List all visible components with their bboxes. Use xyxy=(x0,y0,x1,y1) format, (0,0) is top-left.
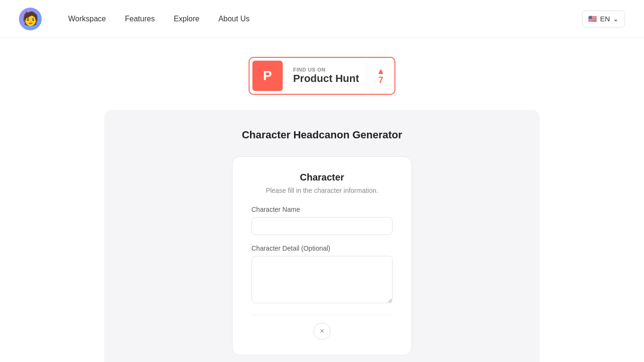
ph-vote-count: 7 xyxy=(378,75,383,85)
character-detail-textarea[interactable] xyxy=(251,256,393,303)
language-selector[interactable]: 🇺🇸 EN ⌄ xyxy=(582,10,625,27)
card-subtitle: Please fill in the character information… xyxy=(251,187,393,194)
navbar: 🧑 Workspace Features Explore About Us 🇺🇸… xyxy=(0,0,644,38)
ph-vote-arrow-icon: ▲ xyxy=(376,67,385,75)
logo-area: 🧑 xyxy=(19,8,42,30)
lang-flag: 🇺🇸 xyxy=(588,15,597,23)
product-hunt-banner[interactable]: P FIND US ON Product Hunt ▲ 7 xyxy=(249,57,395,95)
close-icon: × xyxy=(320,327,324,335)
lang-dropdown-icon: ⌄ xyxy=(613,15,619,23)
nav-link-about-us[interactable]: About Us xyxy=(211,11,257,27)
character-name-label: Character Name xyxy=(251,206,393,213)
form-container: Character Headcanon Generator Character … xyxy=(104,110,540,362)
card-action-area: × xyxy=(251,315,393,340)
character-name-input[interactable] xyxy=(251,217,393,235)
character-detail-label: Character Detail (Optional) xyxy=(251,244,393,252)
logo-icon: 🧑 xyxy=(19,8,42,30)
ph-find-us-label: FIND US ON xyxy=(293,67,359,72)
ph-vote-area[interactable]: ▲ 7 xyxy=(367,62,394,90)
card-title: Character xyxy=(251,172,393,183)
character-detail-group: Character Detail (Optional) xyxy=(251,244,393,305)
nav-link-explore[interactable]: Explore xyxy=(166,11,207,27)
character-name-group: Character Name xyxy=(251,206,393,235)
nav-links: Workspace Features Explore About Us xyxy=(61,11,582,27)
main-content: P FIND US ON Product Hunt ▲ 7 Character … xyxy=(0,38,644,362)
lang-code: EN xyxy=(600,15,610,23)
nav-link-features[interactable]: Features xyxy=(117,11,162,27)
ph-product-name: Product Hunt xyxy=(293,72,359,85)
ph-logo-icon: P xyxy=(252,61,283,91)
ph-text-area: FIND US ON Product Hunt xyxy=(286,62,367,90)
character-card: Character Please fill in the character i… xyxy=(232,156,412,355)
page-title: Character Headcanon Generator xyxy=(133,129,511,141)
nav-link-workspace[interactable]: Workspace xyxy=(61,11,114,27)
close-button[interactable]: × xyxy=(313,323,331,340)
